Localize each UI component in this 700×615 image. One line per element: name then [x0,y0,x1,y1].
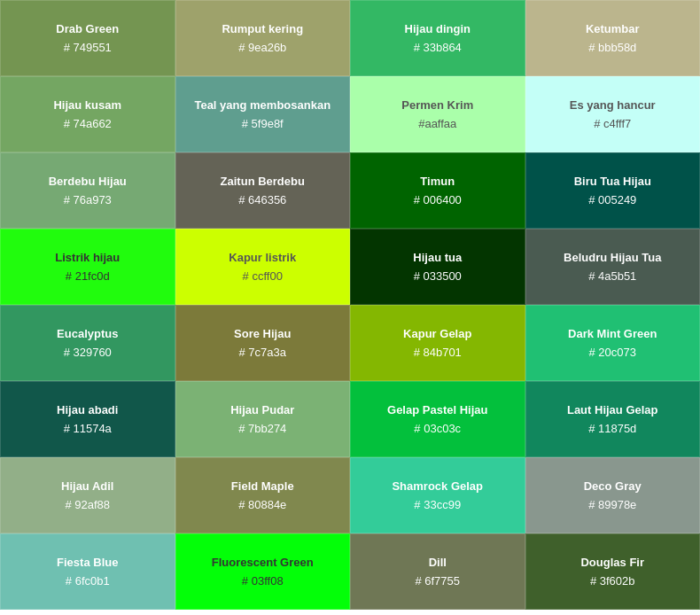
color-name: Hijau Adil [61,479,113,494]
color-name: Hijau Pudar [230,403,294,418]
color-cell[interactable]: Sore Hijau# 7c7a3a [175,305,351,381]
color-name: Sore Hijau [234,327,291,342]
color-cell[interactable]: Berdebu Hijau# 76a973 [0,152,175,229]
color-code: # 89978e [588,498,636,511]
color-code: # ccff00 [243,269,283,283]
color-name: Gelap Pastel Hijau [387,403,487,418]
color-name: Berdebu Hijau [49,175,127,190]
color-name: Hijau tua [413,251,462,266]
color-code: # 11574a [64,422,112,435]
color-cell[interactable]: Field Maple# 80884e [175,457,351,533]
color-code: # c4fff7 [594,117,631,130]
color-name: Drab Green [56,22,119,37]
color-cell[interactable]: Hijau Adil# 92af88 [0,457,175,533]
color-code: # bbb58d [588,41,636,54]
color-code: # 9ea26b [238,41,286,54]
color-code: # 20c073 [589,346,637,359]
color-cell[interactable]: Hijau tua# 033500 [350,229,525,305]
color-code: # 33b864 [414,41,462,54]
color-cell[interactable]: Douglas Fir# 3f602b [525,533,701,610]
color-code: # 005249 [588,193,636,206]
color-name: Zaitun Berdebu [221,175,305,190]
color-cell[interactable]: Ketumbar# bbb58d [525,0,701,76]
color-name: Hijau dingin [405,22,471,37]
color-name: Listrik hijau [55,251,120,266]
color-cell[interactable]: Biru Tua Hijau# 005249 [525,152,701,229]
color-grid: Drab Green# 749551Rumput kering# 9ea26bH… [0,0,700,610]
color-name: Permen Krim [401,98,473,113]
color-cell[interactable]: Shamrock Gelap# 33cc99 [350,457,525,533]
color-code: # 646356 [238,193,286,206]
color-cell[interactable]: Hijau kusam# 74a662 [0,76,175,152]
color-cell[interactable]: Dill# 6f7755 [350,533,525,610]
color-cell[interactable]: Drab Green# 749551 [0,0,175,76]
color-cell[interactable]: Dark Mint Green# 20c073 [525,305,701,381]
color-cell[interactable]: Rumput kering# 9ea26b [175,0,351,76]
color-name: Beludru Hijau Tua [564,251,661,266]
color-code: # 03c03c [414,422,461,435]
color-code: # 5f9e8f [242,117,284,130]
color-name: Fluorescent Green [212,556,314,571]
color-code: # 84b701 [414,346,462,359]
color-name: Teal yang membosankan [194,98,331,113]
color-cell[interactable]: Kapur listrik# ccff00 [175,229,351,305]
color-cell[interactable]: Eucalyptus# 329760 [0,305,175,381]
color-name: Kapur Gelap [403,327,471,342]
color-code: # 76a973 [64,193,112,206]
color-code: # 92af88 [65,498,110,511]
color-name: Shamrock Gelap [392,479,483,494]
color-cell[interactable]: Fiesta Blue# 6fc0b1 [0,533,175,610]
color-cell[interactable]: Deco Gray# 89978e [525,457,701,533]
color-cell[interactable]: Hijau Pudar# 7bb274 [175,381,351,457]
color-name: Hijau kusam [53,98,121,113]
color-name: Dark Mint Green [568,327,657,342]
color-code: # 03ff08 [242,574,284,588]
color-name: Rumput kering [222,22,303,37]
color-code: # 21fc0d [66,269,110,283]
color-cell[interactable]: Teal yang membosankan# 5f9e8f [175,76,351,152]
color-name: Eucalyptus [57,327,118,342]
color-name: Douglas Fir [580,556,644,571]
color-name: Timun [420,175,455,190]
color-cell[interactable]: Gelap Pastel Hijau# 03c03c [350,381,525,457]
color-name: Hijau abadi [57,403,118,418]
color-name: Es yang hancur [570,98,656,113]
color-code: # 11875d [588,422,636,435]
color-code: # 6fc0b1 [66,574,110,588]
color-code: # 749551 [64,41,112,54]
color-cell[interactable]: Kapur Gelap# 84b701 [350,305,525,381]
color-code: # 033500 [414,269,462,283]
color-name: Kapur listrik [229,251,296,266]
color-cell[interactable]: Laut Hijau Gelap# 11875d [525,381,701,457]
color-cell[interactable]: Hijau abadi# 11574a [0,381,175,457]
color-name: Laut Hijau Gelap [567,403,658,418]
color-code: # 74a662 [64,117,112,130]
color-code: # 7c7a3a [239,346,287,359]
color-code: # 6f7755 [415,574,460,588]
color-cell[interactable]: Permen Krim#aaffaa [350,76,525,152]
color-cell[interactable]: Timun# 006400 [350,152,525,229]
color-cell[interactable]: Zaitun Berdebu# 646356 [175,152,351,229]
color-cell[interactable]: Beludru Hijau Tua# 4a5b51 [525,229,701,305]
color-name: Dill [429,556,447,571]
color-code: # 33cc99 [414,498,461,511]
color-name: Fiesta Blue [57,556,118,571]
color-code: # 80884e [238,498,286,511]
color-name: Ketumbar [586,22,640,37]
color-cell[interactable]: Fluorescent Green# 03ff08 [175,533,351,610]
color-code: # 006400 [414,193,462,206]
color-code: # 7bb274 [238,422,286,435]
color-code: # 3f602b [590,574,635,588]
color-name: Field Maple [231,479,294,494]
color-cell[interactable]: Es yang hancur# c4fff7 [525,76,701,152]
color-cell[interactable]: Listrik hijau# 21fc0d [0,229,175,305]
color-code: #aaffaa [418,117,456,130]
color-code: # 4a5b51 [588,269,636,283]
color-name: Deco Gray [584,479,642,494]
color-cell[interactable]: Hijau dingin# 33b864 [350,0,525,76]
color-name: Biru Tua Hijau [574,175,651,190]
color-code: # 329760 [64,346,112,359]
